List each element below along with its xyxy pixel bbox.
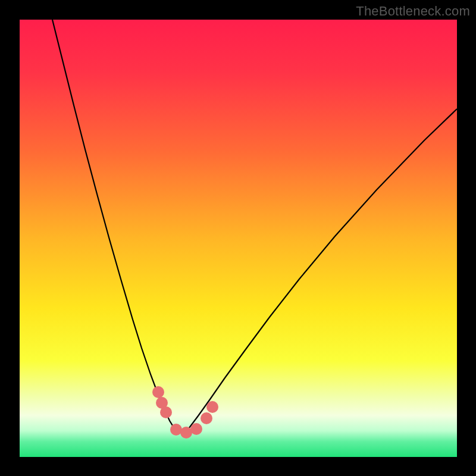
marker-dots — [152, 386, 218, 439]
bottleneck-curve — [52, 20, 457, 433]
marker-dot — [170, 424, 182, 436]
marker-dot — [206, 401, 218, 413]
watermark-text: TheBottleneck.com — [356, 4, 470, 19]
curve-layer — [20, 20, 457, 457]
marker-dot — [180, 427, 192, 439]
chart-area — [20, 20, 457, 457]
marker-dot — [190, 423, 202, 435]
marker-dot — [160, 406, 172, 418]
marker-dot — [201, 412, 212, 424]
marker-dot — [152, 386, 164, 398]
